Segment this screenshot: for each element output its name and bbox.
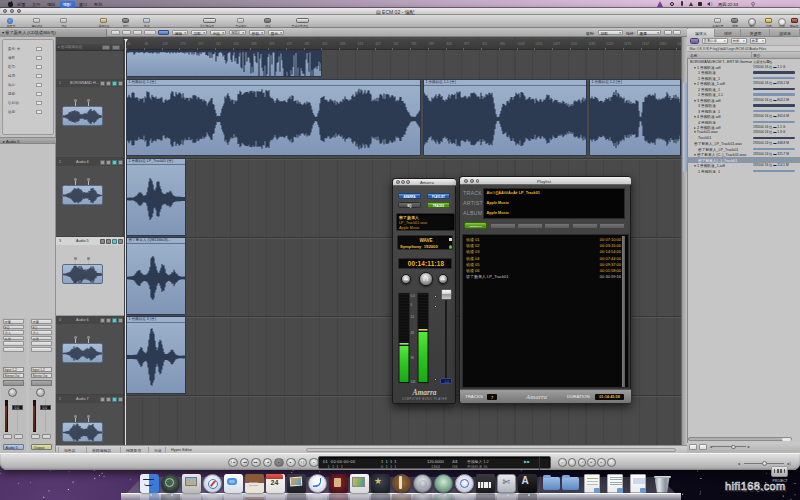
svg-text:96: 96 (411, 356, 415, 360)
svg-text:48: 48 (411, 331, 415, 335)
svg-text:0.0: 0.0 (411, 294, 416, 298)
svg-text:6: 6 (411, 303, 413, 307)
svg-text:144: 144 (411, 380, 416, 384)
svg-text:24: 24 (411, 315, 415, 319)
